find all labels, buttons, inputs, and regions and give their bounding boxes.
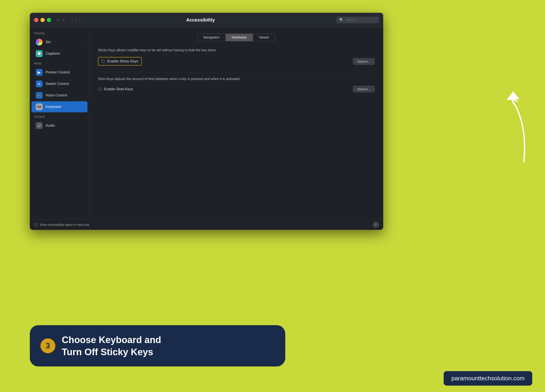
sidebar: Hearing Siri › 💬 Captions Motor — [30, 27, 89, 219]
sidebar-label-captions: Captions — [46, 51, 60, 56]
sidebar-section-general: General — [30, 113, 89, 120]
help-button[interactable]: ? — [372, 221, 379, 228]
website-url: paramounttechsolution.com — [451, 375, 525, 382]
search-icon: 🔍 — [339, 18, 344, 22]
sidebar-item-switch-control[interactable]: ⊞ Switch Control — [31, 78, 87, 89]
arrow-annotation — [473, 81, 532, 166]
sticky-keys-checkbox[interactable] — [101, 60, 105, 63]
grid-icon[interactable]: ⋮⋮⋮ — [70, 18, 81, 22]
sidebar-item-siri[interactable]: Siri › — [31, 37, 87, 48]
minimize-button[interactable] — [40, 18, 45, 22]
window-body: Hearing Siri › 💬 Captions Motor — [30, 27, 383, 219]
page-background: ‹ › ⋮⋮⋮ Accessibility 🔍 Search Hearing — [0, 0, 545, 392]
window-title: Accessibility — [84, 17, 317, 23]
slow-keys-label: Enable Slow Keys — [104, 87, 133, 91]
instruction-text: Choose Keyboard andTurn Off Sticky Keys — [62, 334, 161, 358]
slow-keys-description: Slow Keys adjusts the amount of time bet… — [98, 76, 375, 81]
sticky-keys-description: Sticky Keys allows modifier keys to be s… — [98, 48, 375, 53]
traffic-lights — [34, 18, 51, 22]
keyboard-icon: ⌨ — [36, 104, 43, 110]
menu-bar-status-checkbox[interactable] — [34, 223, 37, 227]
sidebar-item-captions[interactable]: 💬 Captions — [31, 48, 87, 59]
slow-keys-option-row: Enable Slow Keys Options... — [98, 86, 375, 92]
website-badge: paramounttechsolution.com — [444, 371, 532, 386]
sidebar-label-audio: Audio — [46, 123, 55, 128]
tab-viewer[interactable]: Viewer — [253, 34, 275, 41]
slow-keys-section: Slow Keys adjusts the amount of time bet… — [98, 76, 375, 92]
captions-icon: 💬 — [36, 50, 43, 57]
nav-buttons: ‹ › — [56, 17, 65, 23]
svg-marker-0 — [507, 92, 520, 100]
close-button[interactable] — [34, 18, 38, 22]
sidebar-label-voice-control: Voice Control — [46, 93, 67, 98]
sidebar-item-keyboard[interactable]: ⌨ Keyboard — [31, 101, 87, 112]
search-bar[interactable]: 🔍 Search — [336, 17, 379, 23]
back-button[interactable]: ‹ — [56, 17, 60, 23]
menu-bar-status-row[interactable]: Show Accessibility status in menu bar — [34, 223, 89, 227]
voice-control-icon: 🎮 — [36, 92, 43, 99]
maximize-button[interactable] — [47, 18, 51, 22]
pointer-control-icon: ▶ — [36, 69, 43, 76]
enable-sticky-keys-checkbox-row[interactable]: Enable Sticky Keys — [98, 57, 142, 66]
sticky-keys-options-button[interactable]: Options... — [353, 58, 375, 65]
bottom-bar: Show Accessibility status in menu bar ? — [30, 219, 383, 230]
sidebar-label-keyboard: Keyboard — [46, 105, 61, 109]
sticky-keys-section: Sticky Keys allows modifier keys to be s… — [98, 48, 375, 66]
menu-bar-status-label: Show Accessibility status in menu bar — [40, 223, 89, 227]
slow-keys-checkbox[interactable] — [98, 87, 101, 91]
sidebar-item-audio[interactable]: 🔊 Audio — [31, 120, 87, 131]
sidebar-item-pointer-control[interactable]: ▶ Pointer Control — [31, 67, 87, 78]
sticky-keys-option-row: Enable Sticky Keys Options... — [98, 57, 375, 66]
instruction-box: 3 Choose Keyboard andTurn Off Sticky Key… — [30, 325, 285, 367]
sidebar-label-switch-control: Switch Control — [46, 82, 69, 86]
siri-icon — [36, 39, 43, 46]
switch-control-icon: ⊞ — [36, 80, 43, 87]
sidebar-label-siri: Siri — [46, 40, 51, 44]
audio-icon: 🔊 — [36, 122, 43, 129]
sidebar-section-hearing: Hearing — [30, 29, 89, 36]
tab-navigation[interactable]: Navigation — [197, 34, 226, 41]
sidebar-item-voice-control[interactable]: 🎮 Voice Control — [31, 90, 87, 101]
title-bar: ‹ › ⋮⋮⋮ Accessibility 🔍 Search — [30, 13, 383, 27]
forward-button[interactable]: › — [62, 17, 66, 23]
slow-keys-options-button[interactable]: Options... — [353, 86, 375, 92]
step-number: 3 — [40, 338, 55, 353]
chevron-right-icon: › — [82, 40, 83, 44]
tab-hardware[interactable]: Hardware — [226, 34, 253, 41]
sidebar-label-pointer-control: Pointer Control — [46, 70, 70, 74]
tabs-bar: Navigation Hardware Viewer — [98, 34, 375, 41]
search-placeholder: Search — [345, 18, 356, 22]
main-content: Navigation Hardware Viewer Sticky Keys a… — [89, 27, 383, 219]
sticky-keys-label: Enable Sticky Keys — [107, 59, 138, 63]
mac-window: ‹ › ⋮⋮⋮ Accessibility 🔍 Search Hearing — [30, 13, 383, 230]
sidebar-section-motor: Motor — [30, 60, 89, 66]
section-divider — [98, 72, 375, 72]
slow-keys-checkbox-row[interactable]: Enable Slow Keys — [98, 87, 133, 91]
